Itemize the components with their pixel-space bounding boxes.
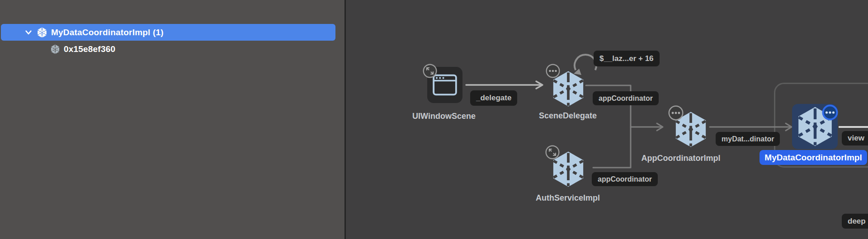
node-label: AuthServiceImpl — [509, 193, 627, 203]
expand-badge[interactable] — [545, 145, 560, 161]
object-cube-icon — [37, 27, 47, 38]
ellipsis-badge[interactable] — [546, 64, 560, 80]
sidebar-item-label: MyDataCoordinatorImpl (1) — [51, 28, 164, 37]
node-label: SceneDelegate — [509, 111, 627, 121]
edge-label-mydatacoordinator: myDat...dinator — [716, 132, 780, 146]
ellipsis-badge-selected[interactable] — [821, 104, 839, 123]
ellipsis-icon — [668, 105, 684, 121]
edge-label-appcoordinator-bottom: appCoordinator — [592, 172, 658, 186]
edge-label-view: view — [842, 131, 868, 145]
memory-graph-window: MyDataCoordinatorImpl (1) 0x15e8ef360 — [0, 0, 868, 239]
graph-canvas[interactable]: UIWindowScene SceneDelegate AuthServi — [346, 0, 868, 239]
object-cube-icon — [51, 44, 60, 54]
chevron-down-icon[interactable] — [24, 28, 33, 37]
ellipsis-badge[interactable] — [668, 105, 684, 122]
edge-label-delegate: _delegate — [470, 90, 517, 106]
edge-label-lazy: $__laz...er + 16 — [594, 51, 660, 66]
sidebar-item-label: 0x15e8ef360 — [64, 44, 115, 54]
node-label: UIWindowScene — [385, 112, 503, 121]
selected-node-label[interactable]: MyDataCoordinatorImpl — [760, 150, 867, 165]
edge-label-appcoordinator-top: appCoordinator — [593, 91, 659, 105]
expand-icon — [423, 64, 437, 78]
expand-icon — [545, 145, 560, 159]
expand-badge[interactable] — [423, 64, 437, 80]
sidebar-item-address[interactable]: 0x15e8ef360 — [0, 41, 344, 57]
sidebar: MyDataCoordinatorImpl (1) 0x15e8ef360 — [0, 0, 344, 239]
sidebar-item-mydatacoordinatorimpl[interactable]: MyDataCoordinatorImpl (1) — [1, 24, 335, 41]
ellipsis-icon — [821, 104, 839, 121]
edge-delegate — [466, 81, 542, 89]
node-label: AppCoordinatorImpl — [622, 154, 740, 163]
ellipsis-icon — [546, 64, 560, 78]
edge-label-deep: deep — [842, 214, 868, 229]
